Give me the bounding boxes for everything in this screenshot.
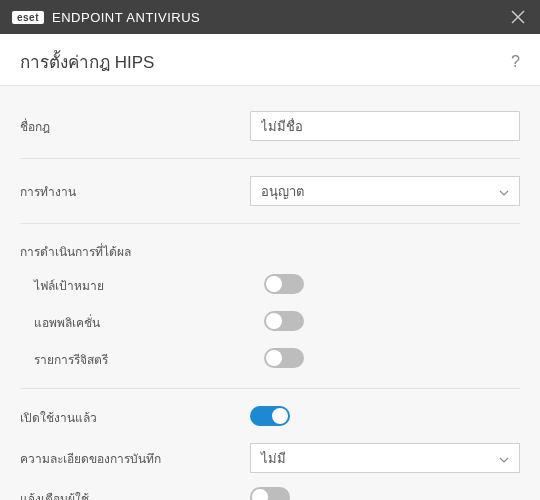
registry-toggle[interactable] <box>264 348 304 368</box>
row-action: การทำงาน อนุญาต <box>20 169 520 213</box>
divider <box>20 223 520 224</box>
titlebar-left: eset ENDPOINT ANTIVIRUS <box>12 10 200 25</box>
help-icon[interactable]: ? <box>511 53 520 71</box>
divider <box>20 158 520 159</box>
action-label: การทำงาน <box>20 182 250 201</box>
enabled-toggle[interactable] <box>250 406 290 426</box>
enabled-label: เปิดใช้งานแล้ว <box>20 408 250 427</box>
row-rule-name: ชื่อกฎ <box>20 104 520 148</box>
notify-user-label: แจ้งเตือนผู้ใช้ <box>20 489 250 500</box>
chevron-down-icon <box>499 451 509 466</box>
product-name: ENDPOINT ANTIVIRUS <box>52 10 200 25</box>
header: การตั้งค่ากฎ HIPS ? <box>0 34 540 85</box>
target-files-toggle[interactable] <box>264 274 304 294</box>
row-applications: แอพพลิเคชั่น <box>20 304 520 341</box>
action-select-value: อนุญาต <box>261 181 304 202</box>
log-detail-label: ความละเอียดของการบันทึก <box>20 449 250 468</box>
log-detail-select-value: ไม่มี <box>261 448 286 469</box>
close-button[interactable] <box>508 7 528 27</box>
notify-user-toggle[interactable] <box>250 487 290 500</box>
chevron-down-icon <box>499 184 509 199</box>
row-registry: รายการรีจิสตรี <box>20 341 520 378</box>
target-files-label: ไฟล์เป้าหมาย <box>34 276 264 295</box>
page-title: การตั้งค่ากฎ HIPS <box>20 48 154 75</box>
affecting-section-label: การดำเนินการที่ได้ผล <box>20 234 520 267</box>
divider <box>20 388 520 389</box>
row-target-files: ไฟล์เป้าหมาย <box>20 267 520 304</box>
applications-toggle[interactable] <box>264 311 304 331</box>
brand-badge: eset <box>12 11 44 24</box>
rule-name-input[interactable] <box>250 111 520 141</box>
row-notify-user: แจ้งเตือนผู้ใช้ <box>20 480 520 500</box>
row-log-detail: ความละเอียดของการบันทึก ไม่มี <box>20 436 520 480</box>
titlebar: eset ENDPOINT ANTIVIRUS <box>0 0 540 34</box>
registry-label: รายการรีจิสตรี <box>34 350 264 369</box>
row-enabled: เปิดใช้งานแล้ว <box>20 399 520 436</box>
applications-label: แอพพลิเคชั่น <box>34 313 264 332</box>
rule-name-label: ชื่อกฎ <box>20 117 250 136</box>
content-panel: ชื่อกฎ การทำงาน อนุญาต การดำเนินการที่ได… <box>0 85 540 500</box>
action-select[interactable]: อนุญาต <box>250 176 520 206</box>
close-icon <box>511 10 525 24</box>
log-detail-select[interactable]: ไม่มี <box>250 443 520 473</box>
